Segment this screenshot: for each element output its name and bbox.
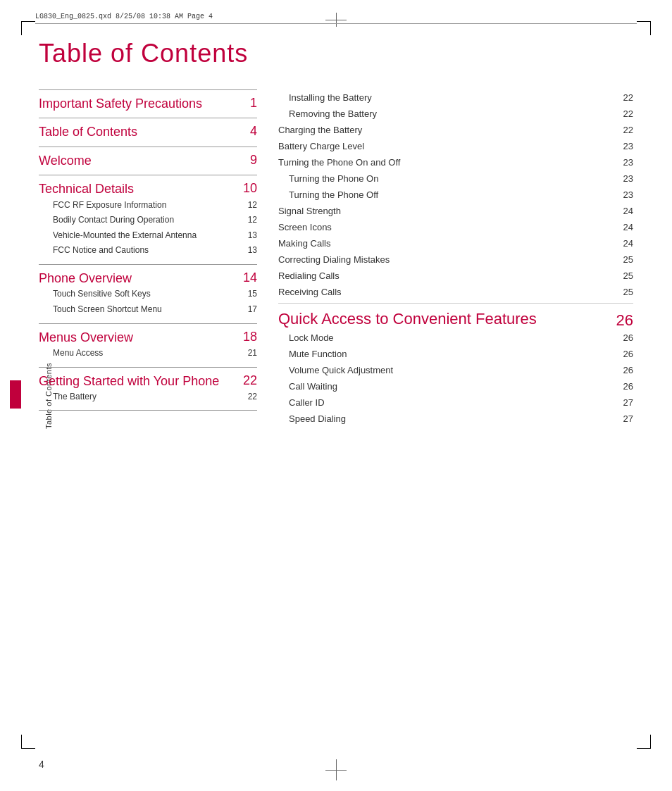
section-title: Menus Overview: [39, 330, 237, 346]
main-content: Table of Contents Important Safety Preca…: [39, 39, 633, 735]
right-entry-number: 22: [623, 108, 633, 119]
right-entry-number: 23: [623, 141, 633, 151]
right-entry-number: 27: [623, 397, 633, 408]
sub-entry: Touch Screen Shortcut Menu17: [39, 302, 257, 318]
right-entry-number: 26: [623, 349, 633, 359]
section-number: 9: [250, 153, 257, 168]
section-title-row: Phone Overview14: [39, 270, 257, 287]
section-title: Important Safety Precautions: [39, 96, 244, 112]
section-title-row: Welcome9: [39, 153, 257, 169]
right-entry-number: 23: [623, 189, 633, 200]
sub-entry-text: FCC Notice and Cautions: [53, 245, 242, 256]
content-columns: Important Safety Precautions1Table of Co…: [39, 89, 633, 427]
right-entry: Signal Strength24: [278, 203, 633, 219]
sub-entry: Touch Sensitive Soft Keys15: [39, 287, 257, 302]
section-number: 1: [250, 96, 257, 111]
corner-mark-tl: [21, 21, 35, 35]
section-title: Welcome: [39, 153, 244, 169]
section-title: Table of Contents: [39, 124, 244, 140]
right-entry-number: 25: [623, 254, 633, 265]
bottom-center-mark: [325, 759, 347, 780]
sub-entry-number: 13: [248, 245, 257, 255]
sub-entry-text: Touch Sensitive Soft Keys: [53, 289, 242, 300]
sub-entry-number: 15: [248, 289, 257, 299]
page-number: 4: [39, 759, 44, 770]
sub-entry-text: The Battery: [53, 392, 242, 403]
right-entry-number: 25: [623, 270, 633, 281]
sub-entry-text: Bodily Contact During Operation: [53, 215, 242, 226]
right-entry-text: Battery Charge Level: [278, 141, 618, 151]
right-entry-text: Redialing Calls: [278, 270, 618, 281]
right-entry: Call Waiting26: [278, 378, 633, 394]
header-text: LG830_Eng_0825.qxd 8/25/08 10:38 AM Page…: [35, 13, 213, 20]
corner-mark-tr: [637, 21, 651, 35]
right-entry-text: Volume Quick Adjustment: [289, 365, 618, 375]
section-title-row: Important Safety Precautions1: [39, 96, 257, 112]
right-entry-number: 23: [623, 157, 633, 168]
sub-entry: Vehicle-Mounted the External Antenna13: [39, 228, 257, 244]
right-entry-text: Receiving Calls: [278, 287, 618, 297]
right-entry: Installing the Battery22: [278, 89, 633, 106]
sidebar-red-bar: [10, 380, 21, 409]
sub-entry-text: FCC RF Exposure Information: [53, 200, 242, 211]
right-entry: Receiving Calls25: [278, 284, 633, 300]
right-section-number: 26: [616, 311, 633, 330]
right-section-title: Quick Access to Convenient Features: [278, 309, 537, 330]
right-entry-text: Mute Function: [289, 349, 618, 359]
sub-entry: FCC Notice and Cautions13: [39, 243, 257, 259]
section-number: 14: [243, 270, 257, 285]
right-entry-text: Lock Mode: [289, 332, 618, 343]
toc-section-getting-started: Getting Started with Your Phone22The Bat…: [39, 367, 257, 411]
toc-section-welcome: Welcome9: [39, 147, 257, 175]
sub-entry: The Battery22: [39, 390, 257, 405]
sub-entry: Bodily Contact During Operation12: [39, 213, 257, 228]
toc-section-phone-overview: Phone Overview14Touch Sensitive Soft Key…: [39, 264, 257, 323]
page-title: Table of Contents: [39, 39, 633, 68]
sub-entry-number: 12: [248, 215, 257, 225]
sub-entry: Menu Access21: [39, 346, 257, 361]
right-entry: Lock Mode26: [278, 330, 633, 346]
right-entry: Turning the Phone On and Off23: [278, 154, 633, 170]
right-entry-text: Turning the Phone On: [289, 173, 618, 184]
sub-entry-number: 13: [248, 230, 257, 240]
left-column: Important Safety Precautions1Table of Co…: [39, 89, 257, 427]
right-entry-number: 25: [623, 287, 633, 297]
right-entry-number: 26: [623, 365, 633, 375]
right-entry-text: Correcting Dialing Mistakes: [278, 254, 618, 265]
right-entry-number: 23: [623, 173, 633, 184]
section-title: Technical Details: [39, 181, 237, 197]
right-entry: Mute Function26: [278, 346, 633, 362]
right-entry: Correcting Dialing Mistakes25: [278, 251, 633, 268]
section-title-row: Menus Overview18: [39, 330, 257, 346]
section-number: 18: [243, 330, 257, 344]
section-title-row: Technical Details10: [39, 181, 257, 197]
right-entry-text: Screen Icons: [278, 222, 618, 232]
right-entry-text: Caller ID: [289, 397, 618, 408]
sub-entry-number: 12: [248, 200, 257, 210]
section-number: 22: [243, 373, 257, 388]
right-entry-number: 22: [623, 125, 633, 135]
toc-section-table-of-contents: Table of Contents4: [39, 118, 257, 146]
right-entry-number: 22: [623, 92, 633, 103]
section-title: Getting Started with Your Phone: [39, 373, 237, 390]
sub-entry-number: 22: [248, 392, 257, 401]
right-entry-text: Call Waiting: [289, 381, 618, 392]
right-entry: Turning the Phone On23: [278, 170, 633, 187]
right-entry: Battery Charge Level23: [278, 138, 633, 154]
right-entry-number: 24: [623, 238, 633, 249]
corner-mark-bl: [21, 735, 35, 749]
right-entry: Removing the Battery22: [278, 106, 633, 122]
right-entry-number: 27: [623, 413, 633, 424]
right-entry-text: Installing the Battery: [289, 92, 618, 103]
right-entry-text: Charging the Battery: [278, 125, 618, 135]
sub-entry-number: 17: [248, 304, 257, 314]
right-column: Installing the Battery22Removing the Bat…: [278, 89, 633, 427]
right-entry-text: Signal Strength: [278, 206, 618, 216]
section-title-row: Table of Contents4: [39, 124, 257, 140]
right-entry-text: Turning the Phone Off: [289, 189, 618, 200]
right-entry-text: Making Calls: [278, 238, 618, 249]
right-entry: Screen Icons24: [278, 219, 633, 235]
right-entry-text: Turning the Phone On and Off: [278, 157, 618, 168]
sub-entry-text: Menu Access: [53, 348, 242, 359]
right-entry-text: Removing the Battery: [289, 108, 618, 119]
